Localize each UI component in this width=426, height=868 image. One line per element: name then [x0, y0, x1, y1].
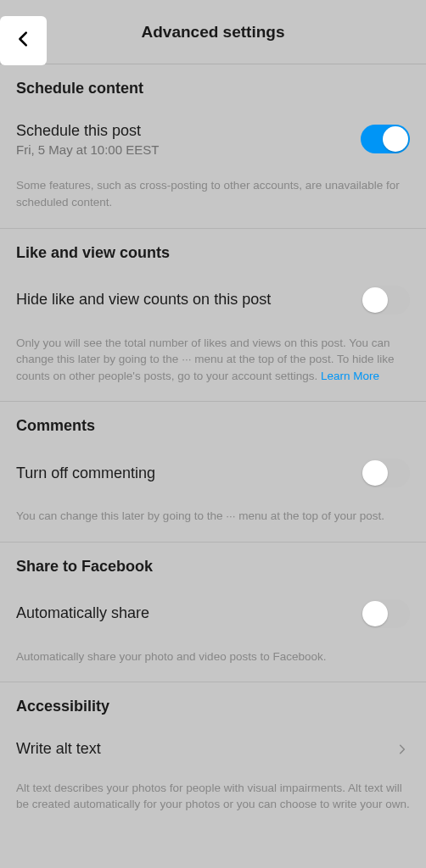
option-turn-off-commenting: Turn off commenting — [16, 459, 410, 487]
option-label: Write alt text — [16, 739, 384, 759]
toggle-schedule-post[interactable] — [361, 125, 410, 153]
option-subtext: Fri, 5 May at 10:00 EEST — [16, 142, 350, 157]
section-description: Only you will see the total number of li… — [16, 335, 410, 385]
toggle-knob — [362, 287, 388, 313]
option-label: Automatically share — [16, 604, 350, 623]
section-description: Some features, such as cross-posting to … — [16, 177, 410, 210]
toggle-hide-likes[interactable] — [361, 286, 410, 314]
section-facebook: Share to Facebook Automatically share Au… — [0, 542, 426, 683]
section-accessibility: Accessibility Write alt text Alt text de… — [0, 682, 426, 830]
option-write-alt-text[interactable]: Write alt text — [16, 739, 410, 759]
toggle-commenting[interactable] — [361, 459, 410, 487]
option-auto-share: Automatically share — [16, 599, 410, 628]
section-title-schedule: Schedule content — [16, 80, 410, 97]
page-title: Advanced settings — [0, 23, 426, 42]
section-comments: Comments Turn off commenting You can cha… — [0, 402, 426, 542]
section-title-comments: Comments — [16, 417, 410, 435]
section-title-facebook: Share to Facebook — [16, 558, 410, 576]
section-title-likes: Like and view counts — [16, 244, 410, 262]
chevron-right-icon — [395, 742, 410, 757]
toggle-knob — [383, 126, 408, 152]
section-description: Automatically share your photo and video… — [16, 648, 410, 665]
toggle-knob — [362, 460, 388, 486]
option-hide-likes: Hide like and view counts on this post — [16, 286, 410, 314]
section-description: Alt text describes your photos for peopl… — [16, 780, 410, 813]
option-label: Hide like and view counts on this post — [16, 290, 350, 309]
section-description: You can change this later by going to th… — [16, 508, 410, 525]
toggle-auto-share[interactable] — [361, 599, 410, 628]
section-title-accessibility: Accessibility — [16, 698, 410, 715]
header: Advanced settings — [0, 0, 426, 64]
option-label: Turn off commenting — [16, 464, 350, 483]
toggle-knob — [362, 601, 388, 626]
chevron-left-icon — [14, 30, 33, 52]
section-schedule: Schedule content Schedule this post Fri,… — [0, 64, 426, 229]
option-schedule-post: Schedule this post Fri, 5 May at 10:00 E… — [16, 121, 410, 157]
learn-more-link[interactable]: Learn More — [321, 370, 379, 382]
back-button[interactable] — [0, 16, 47, 65]
option-label: Schedule this post — [16, 121, 350, 141]
section-likes: Like and view counts Hide like and view … — [0, 229, 426, 403]
